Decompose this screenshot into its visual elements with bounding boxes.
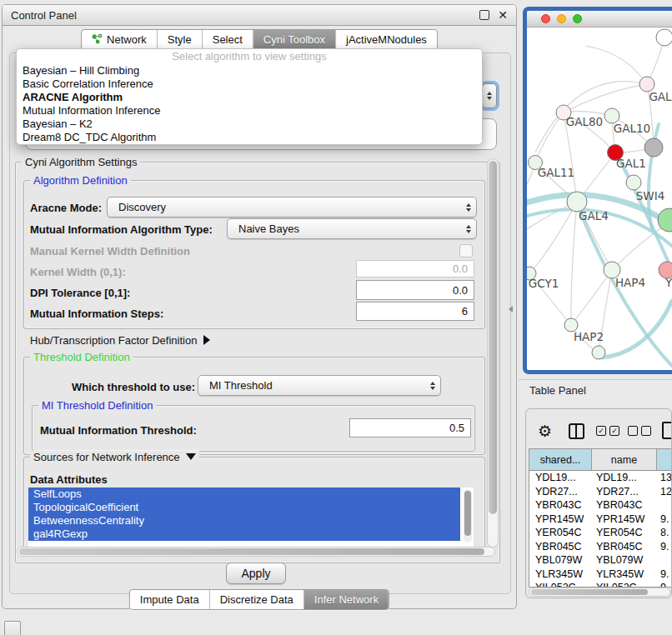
tab-discretize-data[interactable]: Discretize Data <box>209 590 303 609</box>
settings-vertical-scrollbar[interactable] <box>487 158 499 548</box>
table-cell: 13 <box>657 471 672 485</box>
column-header-name[interactable]: name <box>592 449 657 470</box>
network-node-unlabeled[interactable] <box>656 29 672 46</box>
minimize-traffic-light[interactable] <box>557 14 566 23</box>
expanded-arrow-icon <box>186 453 196 460</box>
close-traffic-light[interactable] <box>541 14 550 23</box>
tab-infer-network[interactable]: Infer Network <box>303 590 389 609</box>
select-all-checkbox-icon-1[interactable]: ✓ <box>596 426 606 436</box>
mi-threshold-field[interactable]: 0.5 <box>349 418 471 438</box>
tab-select[interactable]: Select <box>202 30 253 49</box>
data-attributes-list[interactable]: SelfLoopsTopologicalCoefficientBetweenne… <box>28 488 474 548</box>
algorithm-option-bayesian-k2[interactable]: Bayesian – K2 <box>17 118 482 131</box>
table-cell: YER054C <box>592 526 657 540</box>
tab-label: Cyni Toolbox <box>263 33 325 46</box>
deselect-checkbox-icon-1[interactable] <box>628 426 638 436</box>
tab-label: Infer Network <box>314 593 379 606</box>
attribute-item-gal4rgexp[interactable]: gal4RGexp <box>28 528 460 541</box>
zoom-traffic-light[interactable] <box>573 14 582 23</box>
dpi-tolerance-field[interactable]: 0.0 <box>356 280 474 300</box>
mi-algorithm-type-combo[interactable]: Naive Bayes <box>227 218 477 239</box>
hub-section-label: Hub/Transcription Factor Definition <box>30 334 197 347</box>
control-panel-tabs: NetworkStyleSelectCyni ToolboxjActiveMNo… <box>81 29 438 50</box>
network-node-label: Y <box>664 276 672 289</box>
network-node-unlabeled[interactable] <box>592 346 605 359</box>
network-edge[interactable] <box>585 46 647 84</box>
network-edge[interactable] <box>571 270 612 325</box>
algorithm-combo-stepper[interactable] <box>482 83 497 108</box>
table-row[interactable]: YIL052CYIL052C9 <box>529 581 672 588</box>
network-node-label: GAL4 <box>579 209 609 222</box>
apply-button[interactable]: Apply <box>226 562 286 584</box>
tab-impute-data[interactable]: Impute Data <box>130 590 209 609</box>
network-edge[interactable] <box>535 112 564 162</box>
table-row[interactable]: YBR045CYBR045C9. <box>529 540 672 554</box>
attribute-item-selfloops[interactable]: SelfLoops <box>28 488 460 501</box>
control-panel-titlebar[interactable]: Control Panel ✕ <box>3 5 516 26</box>
mi-steps-value: 6 <box>462 305 468 318</box>
table-row[interactable]: YPR145WYPR145W9. <box>529 512 672 527</box>
network-node-unlabeled[interactable] <box>658 208 672 232</box>
algorithm-option-bayesian-hill-climbing[interactable]: Bayesian – Hill Climbing <box>17 64 482 78</box>
table-row[interactable]: YBL079WYBL079W <box>529 553 672 568</box>
tab-label: Impute Data <box>140 593 199 606</box>
split-columns-icon[interactable] <box>569 423 584 439</box>
column-header-3[interactable] <box>657 449 672 470</box>
mi-steps-field[interactable]: 6 <box>356 302 474 321</box>
deselect-checkbox-icon-2[interactable] <box>641 426 651 436</box>
table-cell: YLR345W <box>592 568 657 582</box>
which-threshold-label: Which threshold to use: <box>72 381 195 393</box>
dpi-tolerance-value: 0.0 <box>453 284 468 297</box>
table-row[interactable]: YBR043CYBR043C <box>529 498 672 512</box>
algorithm-option-dream8-dc-tdc-algorithm[interactable]: Dream8 DC_TDC Algorithm <box>17 131 482 144</box>
algorithm-option-basic-correlation-inference[interactable]: Basic Correlation Inference <box>17 78 482 91</box>
network-window-titlebar[interactable] <box>527 11 672 28</box>
network-edge[interactable] <box>571 202 577 325</box>
aracne-mode-combo[interactable]: Discovery <box>107 197 477 218</box>
cyni-bottom-tabs: Impute DataDiscretize DataInfer Network <box>129 589 389 610</box>
tab-network[interactable]: Network <box>82 30 157 49</box>
combo-down-icon <box>466 208 471 212</box>
close-icon[interactable]: ✕ <box>498 8 508 22</box>
settings-horizontal-scrollbar[interactable] <box>17 547 495 557</box>
mi-algorithm-type-label: Mutual Information Algorithm Type: <box>30 223 213 236</box>
which-threshold-combo[interactable]: MI Threshold <box>198 375 441 396</box>
algorithm-option-mutual-information-inference[interactable]: Mutual Information Inference <box>17 104 482 118</box>
control-panel-title: Control Panel <box>3 9 77 22</box>
algorithm-option-aracne-algorithm[interactable]: ARACNE Algorithm <box>17 91 482 104</box>
tab-label: Discretize Data <box>220 593 293 606</box>
panel-divider-handle[interactable] <box>509 306 513 312</box>
table-settings-gear-icon[interactable]: ⚙ <box>538 422 552 439</box>
hub-section-toggle[interactable]: Hub/Transcription Factor Definition <box>30 334 210 347</box>
table-row[interactable]: YLR345WYLR345W9. <box>529 568 672 582</box>
tab-cyni-toolbox[interactable]: Cyni Toolbox <box>253 30 335 49</box>
tab-jactivemnodules[interactable]: jActiveMNodules <box>335 30 437 49</box>
attribute-list-scrollbar[interactable] <box>464 489 472 542</box>
tab-style[interactable]: Style <box>157 30 202 49</box>
table-cell: YDR27... <box>592 485 657 499</box>
table-row[interactable]: YDR27...YDR27...12 <box>529 485 672 499</box>
table-cell: 9. <box>657 540 672 554</box>
manual-kernel-checkbox[interactable] <box>459 244 473 258</box>
export-table-icon[interactable] <box>662 422 672 439</box>
table-cell: YIL052C <box>529 581 592 588</box>
kernel-width-field[interactable]: 0.0 <box>356 260 474 278</box>
column-header-shared[interactable]: shared... <box>529 449 592 470</box>
select-all-checkbox-icon-2[interactable]: ✓ <box>609 426 619 436</box>
tab-label: Select <box>213 33 243 46</box>
collapsed-panel-button[interactable] <box>4 621 21 635</box>
network-node-swi4[interactable] <box>626 175 641 190</box>
combo-down-icon <box>466 230 471 233</box>
float-window-icon[interactable] <box>479 10 489 20</box>
network-canvas[interactable]: GALGAL80GAL10GAL1GAL11SWI4GAL4GCY1HAP4YH… <box>527 28 672 371</box>
network-node-unlabeled[interactable] <box>644 138 663 157</box>
attribute-item-topologicalcoefficient[interactable]: TopologicalCoefficient <box>28 501 460 514</box>
table-horizontal-scrollbar[interactable] <box>529 588 670 597</box>
algorithm-dropdown-popup: Select algorithm to view settings Bayesi… <box>16 48 483 145</box>
attribute-item-betweennesscentrality[interactable]: BetweennessCentrality <box>28 514 460 528</box>
table-row[interactable]: YER054CYER054C8. <box>529 526 672 540</box>
mi-threshold-label: Mutual Information Threshold: <box>40 424 197 437</box>
sources-group-title[interactable]: Sources for Network Inference <box>30 451 199 463</box>
table-row[interactable]: YDL19...YDL19...13 <box>529 471 672 485</box>
network-edge-highlighted[interactable] <box>602 301 672 358</box>
